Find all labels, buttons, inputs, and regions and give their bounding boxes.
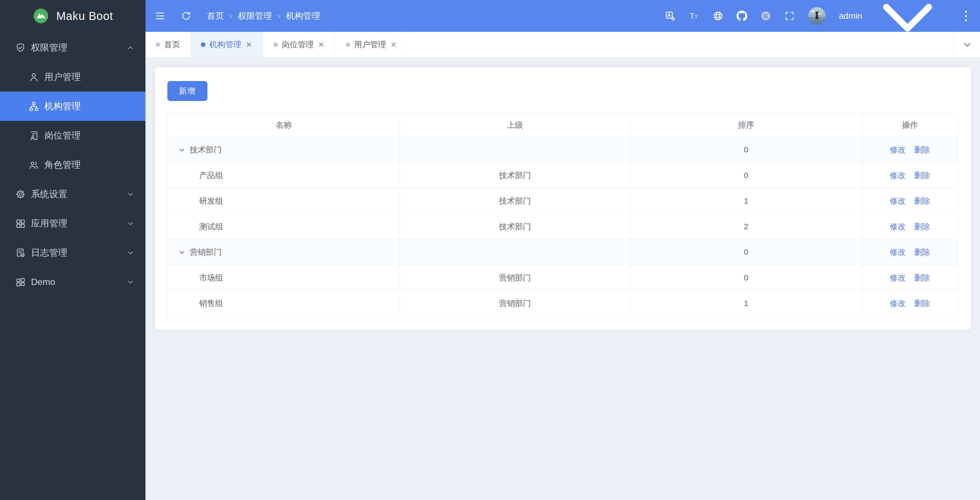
delete-link[interactable]: 删除 bbox=[914, 247, 930, 258]
app-logo[interactable]: Maku Boot bbox=[0, 0, 145, 32]
sidebar-item-label: 权限管理 bbox=[31, 42, 126, 54]
sidebar-item-posts[interactable]: 岗位管理 bbox=[0, 121, 145, 150]
sidebar-item-logs[interactable]: 日志管理 bbox=[0, 238, 145, 267]
gear-icon bbox=[15, 189, 26, 200]
gitee-icon[interactable]: G bbox=[760, 11, 771, 21]
org-sort: 0 bbox=[630, 265, 862, 291]
maku-logo-icon bbox=[33, 8, 49, 24]
tab-label: 岗位管理 bbox=[282, 39, 314, 50]
tab-close-icon[interactable]: ✕ bbox=[390, 40, 398, 49]
chevron-down-icon bbox=[963, 40, 972, 49]
breadcrumb-permissions[interactable]: 权限管理 bbox=[238, 10, 272, 22]
org-name: 营销部门 bbox=[190, 247, 222, 258]
globe-icon[interactable] bbox=[713, 11, 724, 21]
org-sort: 0 bbox=[630, 240, 862, 265]
org-parent bbox=[400, 137, 630, 163]
org-parent: 营销部门 bbox=[400, 265, 630, 291]
top-header: 首页 › 权限管理 › 机构管理 bbox=[145, 0, 980, 32]
row-expand-icon[interactable] bbox=[178, 248, 186, 256]
breadcrumb-separator: › bbox=[229, 11, 232, 21]
sidebar-item-apps[interactable]: 应用管理 bbox=[0, 209, 145, 238]
edit-link[interactable]: 修改 bbox=[889, 298, 905, 309]
column-header-actions: 操作 bbox=[863, 113, 957, 137]
tab-close-icon[interactable]: ✕ bbox=[318, 40, 325, 49]
chevron-down-icon bbox=[126, 190, 135, 198]
org-name: 销售组 bbox=[199, 298, 223, 309]
delete-link[interactable]: 删除 bbox=[914, 196, 930, 206]
tab-home[interactable]: 首页 bbox=[145, 32, 191, 57]
tab-label: 首页 bbox=[164, 39, 180, 50]
user-icon bbox=[29, 72, 39, 83]
delete-link[interactable]: 删除 bbox=[914, 144, 930, 155]
edit-link[interactable]: 修改 bbox=[889, 247, 905, 258]
tab-users[interactable]: 用户管理 ✕ bbox=[336, 32, 408, 57]
org-name: 研发组 bbox=[199, 196, 223, 206]
tab-label: 用户管理 bbox=[354, 39, 386, 50]
sidebar-item-system-settings[interactable]: 系统设置 bbox=[0, 179, 145, 209]
sidebar-item-orgs[interactable]: 机构管理 bbox=[0, 91, 145, 121]
tab-dot bbox=[346, 42, 350, 47]
shield-check-icon bbox=[15, 42, 26, 53]
edit-link[interactable]: 修改 bbox=[889, 221, 905, 232]
tab-orgs[interactable]: 机构管理 ✕ bbox=[191, 32, 263, 57]
tab-dot bbox=[274, 42, 278, 47]
breadcrumb-current: 机构管理 bbox=[286, 10, 320, 22]
more-menu-icon[interactable] bbox=[963, 10, 969, 22]
app-root: Maku Boot 权限管理 用户管理 bbox=[0, 0, 980, 500]
org-name: 产品组 bbox=[199, 170, 223, 181]
chevron-down-icon bbox=[126, 278, 135, 286]
edit-link[interactable]: 修改 bbox=[889, 144, 905, 155]
translate-icon[interactable] bbox=[665, 11, 676, 21]
edit-link[interactable]: 修改 bbox=[889, 170, 905, 181]
delete-link[interactable]: 删除 bbox=[914, 170, 930, 181]
add-button[interactable]: 新增 bbox=[167, 81, 207, 101]
org-parent: 技术部门 bbox=[400, 214, 630, 240]
column-header-sort: 排序 bbox=[630, 113, 862, 137]
sidebar-item-demo[interactable]: Demo bbox=[0, 267, 145, 297]
sidebar-item-label: 岗位管理 bbox=[45, 129, 135, 142]
sidebar-item-roles[interactable]: 角色管理 bbox=[0, 150, 145, 179]
sidebar-item-label: 应用管理 bbox=[31, 217, 126, 230]
table-row: 产品组 技术部门 0 修改 删除 bbox=[168, 163, 957, 188]
chevron-down-icon bbox=[126, 219, 135, 228]
tab-list-dropdown[interactable] bbox=[954, 32, 980, 57]
github-icon[interactable] bbox=[737, 11, 747, 21]
org-table: 名称 上级 排序 操作 技术部门 0 修改 bbox=[167, 113, 958, 316]
org-parent bbox=[400, 240, 630, 265]
sidebar-item-label: Demo bbox=[31, 277, 126, 287]
avatar[interactable] bbox=[808, 7, 826, 25]
sidebar-fold-icon[interactable] bbox=[154, 11, 165, 21]
tab-dot bbox=[156, 42, 160, 47]
tab-posts[interactable]: 岗位管理 ✕ bbox=[263, 32, 336, 57]
org-sort: 1 bbox=[630, 188, 862, 214]
fullscreen-icon[interactable] bbox=[784, 11, 795, 21]
tab-label: 机构管理 bbox=[209, 39, 241, 50]
delete-link[interactable]: 删除 bbox=[914, 298, 930, 309]
font-size-icon[interactable]: T T bbox=[689, 11, 700, 21]
chevron-down-icon bbox=[126, 249, 135, 257]
delete-link[interactable]: 删除 bbox=[914, 273, 930, 283]
tab-close-icon[interactable]: ✕ bbox=[245, 40, 253, 49]
sidebar-item-users[interactable]: 用户管理 bbox=[0, 62, 145, 91]
sidebar-item-permissions[interactable]: 权限管理 bbox=[0, 33, 145, 62]
sidebar-item-label: 用户管理 bbox=[45, 71, 135, 83]
row-expand-icon[interactable] bbox=[178, 146, 186, 154]
chevron-up-icon bbox=[126, 43, 135, 52]
edit-link[interactable]: 修改 bbox=[889, 196, 905, 206]
refresh-icon[interactable] bbox=[181, 11, 191, 21]
svg-text:G: G bbox=[764, 13, 768, 19]
tabbar-spacer bbox=[408, 32, 954, 57]
breadcrumb-home[interactable]: 首页 bbox=[207, 10, 224, 22]
org-parent: 营销部门 bbox=[400, 291, 630, 316]
org-parent: 技术部门 bbox=[400, 163, 630, 188]
breadcrumb-separator: › bbox=[278, 11, 280, 21]
org-sort: 0 bbox=[630, 137, 862, 163]
edit-link[interactable]: 修改 bbox=[889, 273, 905, 283]
delete-link[interactable]: 删除 bbox=[914, 221, 930, 232]
sidebar-item-label: 系统设置 bbox=[31, 188, 126, 201]
org-sort: 2 bbox=[630, 214, 862, 240]
org-name: 测试组 bbox=[199, 221, 223, 232]
content-area: 新增 名称 上级 排序 操作 技术部门 bbox=[145, 58, 980, 500]
table-row: 研发组 技术部门 1 修改 删除 bbox=[168, 188, 957, 214]
tab-dot bbox=[201, 42, 205, 47]
